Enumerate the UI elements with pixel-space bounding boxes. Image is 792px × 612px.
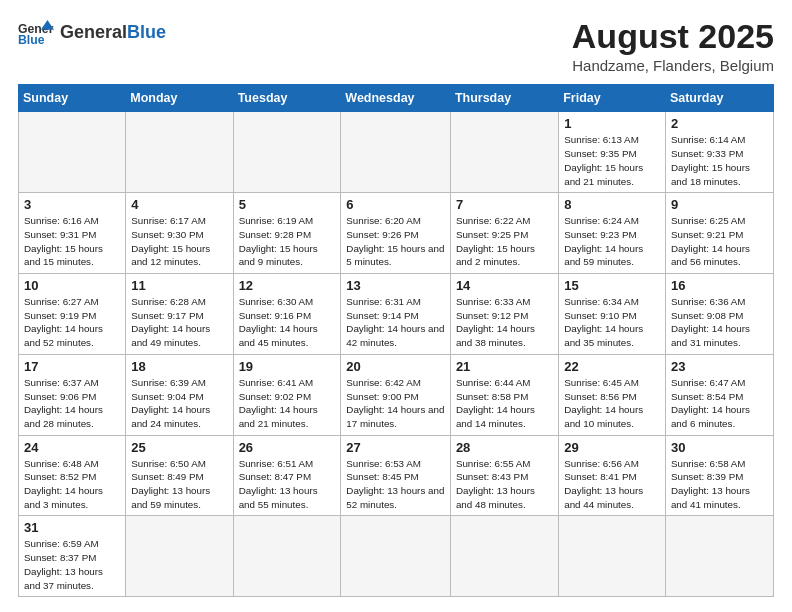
header-thursday: Thursday [450, 85, 558, 112]
week-row-2: 3Sunrise: 6:16 AM Sunset: 9:31 PM Daylig… [19, 193, 774, 274]
day-info: Sunrise: 6:30 AM Sunset: 9:16 PM Dayligh… [239, 295, 336, 350]
week-row-5: 24Sunrise: 6:48 AM Sunset: 8:52 PM Dayli… [19, 435, 774, 516]
logo: General Blue GeneralBlue [18, 18, 166, 48]
day-cell-w2-d3: 5Sunrise: 6:19 AM Sunset: 9:28 PM Daylig… [233, 193, 341, 274]
week-row-4: 17Sunrise: 6:37 AM Sunset: 9:06 PM Dayli… [19, 354, 774, 435]
day-number: 6 [346, 197, 445, 212]
day-cell-w6-d7 [665, 516, 773, 597]
day-number: 29 [564, 440, 660, 455]
day-cell-w6-d3 [233, 516, 341, 597]
day-cell-w3-d7: 16Sunrise: 6:36 AM Sunset: 9:08 PM Dayli… [665, 274, 773, 355]
day-info: Sunrise: 6:14 AM Sunset: 9:33 PM Dayligh… [671, 133, 768, 188]
day-number: 1 [564, 116, 660, 131]
day-cell-w1-d2 [126, 112, 233, 193]
header-saturday: Saturday [665, 85, 773, 112]
day-cell-w2-d5: 7Sunrise: 6:22 AM Sunset: 9:25 PM Daylig… [450, 193, 558, 274]
day-number: 12 [239, 278, 336, 293]
day-number: 18 [131, 359, 227, 374]
location: Handzame, Flanders, Belgium [572, 57, 774, 74]
day-cell-w4-d3: 19Sunrise: 6:41 AM Sunset: 9:02 PM Dayli… [233, 354, 341, 435]
day-cell-w5-d3: 26Sunrise: 6:51 AM Sunset: 8:47 PM Dayli… [233, 435, 341, 516]
day-info: Sunrise: 6:20 AM Sunset: 9:26 PM Dayligh… [346, 214, 445, 269]
day-number: 27 [346, 440, 445, 455]
days-header-row: Sunday Monday Tuesday Wednesday Thursday… [19, 85, 774, 112]
day-info: Sunrise: 6:37 AM Sunset: 9:06 PM Dayligh… [24, 376, 120, 431]
day-info: Sunrise: 6:16 AM Sunset: 9:31 PM Dayligh… [24, 214, 120, 269]
day-number: 22 [564, 359, 660, 374]
header-tuesday: Tuesday [233, 85, 341, 112]
title-block: August 2025 Handzame, Flanders, Belgium [572, 18, 774, 74]
header-monday: Monday [126, 85, 233, 112]
day-info: Sunrise: 6:42 AM Sunset: 9:00 PM Dayligh… [346, 376, 445, 431]
day-number: 4 [131, 197, 227, 212]
day-info: Sunrise: 6:45 AM Sunset: 8:56 PM Dayligh… [564, 376, 660, 431]
day-info: Sunrise: 6:17 AM Sunset: 9:30 PM Dayligh… [131, 214, 227, 269]
day-cell-w4-d4: 20Sunrise: 6:42 AM Sunset: 9:00 PM Dayli… [341, 354, 451, 435]
day-info: Sunrise: 6:28 AM Sunset: 9:17 PM Dayligh… [131, 295, 227, 350]
day-cell-w3-d4: 13Sunrise: 6:31 AM Sunset: 9:14 PM Dayli… [341, 274, 451, 355]
day-cell-w4-d1: 17Sunrise: 6:37 AM Sunset: 9:06 PM Dayli… [19, 354, 126, 435]
day-cell-w1-d3 [233, 112, 341, 193]
day-number: 11 [131, 278, 227, 293]
day-info: Sunrise: 6:25 AM Sunset: 9:21 PM Dayligh… [671, 214, 768, 269]
day-number: 23 [671, 359, 768, 374]
day-cell-w6-d2 [126, 516, 233, 597]
day-cell-w1-d4 [341, 112, 451, 193]
day-number: 16 [671, 278, 768, 293]
day-info: Sunrise: 6:36 AM Sunset: 9:08 PM Dayligh… [671, 295, 768, 350]
logo-text: GeneralBlue [60, 23, 166, 43]
day-info: Sunrise: 6:34 AM Sunset: 9:10 PM Dayligh… [564, 295, 660, 350]
day-cell-w5-d5: 28Sunrise: 6:55 AM Sunset: 8:43 PM Dayli… [450, 435, 558, 516]
day-number: 14 [456, 278, 553, 293]
day-number: 15 [564, 278, 660, 293]
day-cell-w5-d1: 24Sunrise: 6:48 AM Sunset: 8:52 PM Dayli… [19, 435, 126, 516]
day-cell-w1-d6: 1Sunrise: 6:13 AM Sunset: 9:35 PM Daylig… [559, 112, 666, 193]
day-cell-w3-d2: 11Sunrise: 6:28 AM Sunset: 9:17 PM Dayli… [126, 274, 233, 355]
day-number: 26 [239, 440, 336, 455]
day-info: Sunrise: 6:58 AM Sunset: 8:39 PM Dayligh… [671, 457, 768, 512]
day-cell-w4-d5: 21Sunrise: 6:44 AM Sunset: 8:58 PM Dayli… [450, 354, 558, 435]
day-info: Sunrise: 6:47 AM Sunset: 8:54 PM Dayligh… [671, 376, 768, 431]
day-cell-w6-d5 [450, 516, 558, 597]
day-info: Sunrise: 6:48 AM Sunset: 8:52 PM Dayligh… [24, 457, 120, 512]
day-number: 7 [456, 197, 553, 212]
day-info: Sunrise: 6:44 AM Sunset: 8:58 PM Dayligh… [456, 376, 553, 431]
day-number: 2 [671, 116, 768, 131]
day-number: 25 [131, 440, 227, 455]
day-cell-w6-d4 [341, 516, 451, 597]
day-cell-w2-d7: 9Sunrise: 6:25 AM Sunset: 9:21 PM Daylig… [665, 193, 773, 274]
day-info: Sunrise: 6:55 AM Sunset: 8:43 PM Dayligh… [456, 457, 553, 512]
day-info: Sunrise: 6:53 AM Sunset: 8:45 PM Dayligh… [346, 457, 445, 512]
header-sunday: Sunday [19, 85, 126, 112]
day-cell-w5-d6: 29Sunrise: 6:56 AM Sunset: 8:41 PM Dayli… [559, 435, 666, 516]
day-number: 13 [346, 278, 445, 293]
day-info: Sunrise: 6:33 AM Sunset: 9:12 PM Dayligh… [456, 295, 553, 350]
day-info: Sunrise: 6:19 AM Sunset: 9:28 PM Dayligh… [239, 214, 336, 269]
day-number: 10 [24, 278, 120, 293]
day-cell-w2-d6: 8Sunrise: 6:24 AM Sunset: 9:23 PM Daylig… [559, 193, 666, 274]
day-info: Sunrise: 6:24 AM Sunset: 9:23 PM Dayligh… [564, 214, 660, 269]
day-cell-w5-d7: 30Sunrise: 6:58 AM Sunset: 8:39 PM Dayli… [665, 435, 773, 516]
week-row-3: 10Sunrise: 6:27 AM Sunset: 9:19 PM Dayli… [19, 274, 774, 355]
day-cell-w3-d3: 12Sunrise: 6:30 AM Sunset: 9:16 PM Dayli… [233, 274, 341, 355]
day-cell-w3-d5: 14Sunrise: 6:33 AM Sunset: 9:12 PM Dayli… [450, 274, 558, 355]
month-title: August 2025 [572, 18, 774, 55]
day-cell-w1-d7: 2Sunrise: 6:14 AM Sunset: 9:33 PM Daylig… [665, 112, 773, 193]
day-cell-w4-d6: 22Sunrise: 6:45 AM Sunset: 8:56 PM Dayli… [559, 354, 666, 435]
week-row-1: 1Sunrise: 6:13 AM Sunset: 9:35 PM Daylig… [19, 112, 774, 193]
day-info: Sunrise: 6:56 AM Sunset: 8:41 PM Dayligh… [564, 457, 660, 512]
day-cell-w3-d6: 15Sunrise: 6:34 AM Sunset: 9:10 PM Dayli… [559, 274, 666, 355]
day-cell-w6-d6 [559, 516, 666, 597]
day-cell-w1-d1 [19, 112, 126, 193]
day-number: 31 [24, 520, 120, 535]
svg-text:Blue: Blue [18, 33, 45, 47]
day-number: 20 [346, 359, 445, 374]
day-info: Sunrise: 6:39 AM Sunset: 9:04 PM Dayligh… [131, 376, 227, 431]
day-cell-w2-d4: 6Sunrise: 6:20 AM Sunset: 9:26 PM Daylig… [341, 193, 451, 274]
day-number: 9 [671, 197, 768, 212]
day-cell-w4-d2: 18Sunrise: 6:39 AM Sunset: 9:04 PM Dayli… [126, 354, 233, 435]
day-cell-w2-d1: 3Sunrise: 6:16 AM Sunset: 9:31 PM Daylig… [19, 193, 126, 274]
logo-icon: General Blue [18, 18, 54, 48]
calendar-page: General Blue GeneralBlue August 2025 Han… [0, 0, 792, 612]
day-info: Sunrise: 6:27 AM Sunset: 9:19 PM Dayligh… [24, 295, 120, 350]
